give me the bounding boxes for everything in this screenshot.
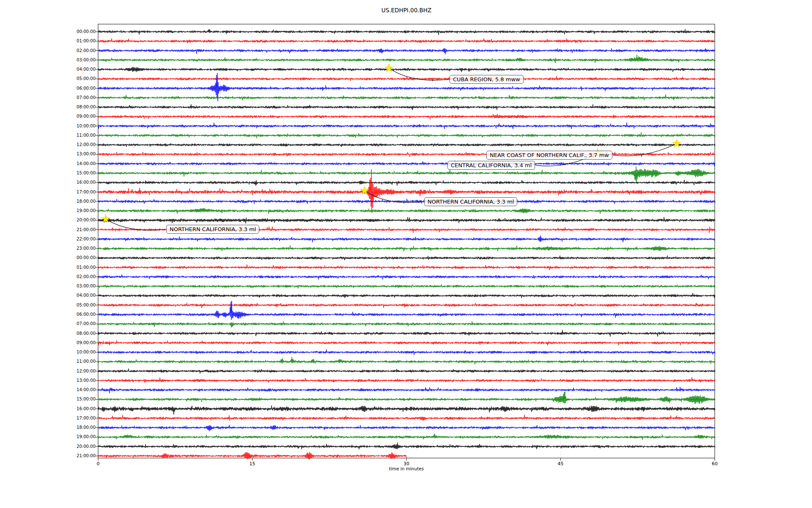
waveform-trace <box>98 274 715 279</box>
waveform-trace <box>98 152 715 157</box>
time-label: 17:00:00 <box>0 415 96 421</box>
waveform-trace <box>98 406 715 414</box>
waveform-trace <box>98 321 715 327</box>
time-label: 15:00:00 <box>0 170 96 176</box>
time-label: 02:00:00 <box>0 274 96 280</box>
time-label: 19:00:00 <box>0 434 96 440</box>
waveform-trace <box>98 208 715 214</box>
time-label: 09:00:00 <box>0 340 96 346</box>
time-label: 08:00:00 <box>0 331 96 337</box>
time-label: 02:00:00 <box>0 48 96 54</box>
time-label: 01:00:00 <box>0 265 96 271</box>
waveform-trace <box>98 29 715 35</box>
waveform-trace <box>98 104 715 110</box>
waveform-trace <box>98 114 715 119</box>
waveform-trace <box>98 67 715 72</box>
time-label: 14:00:00 <box>0 387 96 393</box>
waveform-trace <box>98 48 715 54</box>
waveform-trace <box>98 284 715 288</box>
time-label: 03:00:00 <box>0 57 96 63</box>
waveform-trace <box>98 199 715 204</box>
event-annotation-label: NORTHERN CALIFORNIA, 3.3 ml <box>166 225 259 234</box>
time-label: 21:00:00 <box>0 227 96 233</box>
time-label: 04:00:00 <box>0 66 96 72</box>
seismograph-figure: US.EDHPI.00.BHZ 00:00:0001:00:0002:00:00… <box>0 0 812 508</box>
time-label: 07:00:00 <box>0 321 96 327</box>
waveform-trace <box>98 330 715 337</box>
time-label: 11:00:00 <box>0 359 96 364</box>
waveform-trace <box>98 265 715 271</box>
time-label: 11:00:00 <box>0 133 96 138</box>
event-star-icon <box>384 64 393 72</box>
waveform-trace <box>98 357 715 364</box>
time-label: 06:00:00 <box>0 86 96 91</box>
time-label: 10:00:00 <box>0 123 96 129</box>
waveform-trace <box>98 55 715 63</box>
waveform-trace <box>98 415 715 421</box>
waveform-trace <box>98 217 715 224</box>
time-label: 17:00:00 <box>0 189 96 195</box>
time-label: 00:00:00 <box>0 29 96 35</box>
time-label: 05:00:00 <box>0 76 96 82</box>
time-label: 14:00:00 <box>0 161 96 167</box>
time-label: 00:00:00 <box>0 255 96 261</box>
time-label: 20:00:00 <box>0 217 96 223</box>
time-label: 13:00:00 <box>0 378 96 384</box>
waveform-trace <box>98 235 715 242</box>
time-label: 19:00:00 <box>0 208 96 214</box>
time-label: 12:00:00 <box>0 142 96 148</box>
time-label: 10:00:00 <box>0 349 96 355</box>
time-label: 16:00:00 <box>0 179 96 185</box>
waveform-trace <box>98 169 715 213</box>
event-annotation-label: CENTRAL CALIFORNIA, 3.4 ml <box>447 161 535 170</box>
time-label: 01:00:00 <box>0 38 96 44</box>
waveform-trace <box>98 256 715 260</box>
time-label: 21:00:00 <box>0 453 96 459</box>
time-label: 12:00:00 <box>0 368 96 374</box>
time-label: 07:00:00 <box>0 95 96 101</box>
chart-title: US.EDHPI.00.BHZ <box>98 7 715 14</box>
waveform-trace <box>98 387 715 393</box>
waveform-trace <box>98 301 715 320</box>
time-label: 03:00:00 <box>0 283 96 289</box>
waveform-trace <box>98 303 715 308</box>
waveform-trace <box>98 143 715 147</box>
time-label: 18:00:00 <box>0 425 96 431</box>
time-label: 18:00:00 <box>0 199 96 204</box>
waveform-trace <box>98 39 715 43</box>
time-label: 23:00:00 <box>0 246 96 251</box>
waveform-trace <box>98 133 715 138</box>
event-annotation-label: NORTHERN CALIFORNIA, 3.3 ml <box>424 197 517 206</box>
waveform-trace <box>98 425 715 431</box>
event-annotation-label: NEAR COAST OF NORTHERN CALIF., 3.7 mw <box>486 151 612 160</box>
waveform-trace <box>98 161 715 166</box>
event-star-icon <box>672 139 681 147</box>
waveform-trace <box>98 293 715 298</box>
waveform-plot <box>0 0 812 508</box>
waveform-trace <box>98 369 715 373</box>
waveform-trace <box>98 349 715 355</box>
waveform-trace <box>98 434 715 440</box>
waveform-trace <box>98 246 715 251</box>
waveform-trace <box>98 122 715 129</box>
waveform-trace <box>98 166 715 183</box>
time-label: 06:00:00 <box>0 312 96 318</box>
waveform-trace <box>98 340 715 345</box>
time-label: 13:00:00 <box>0 151 96 157</box>
time-label: 16:00:00 <box>0 406 96 412</box>
event-annotation-label: CUBA REGION, 5.8 mww <box>450 75 524 84</box>
time-label: 04:00:00 <box>0 293 96 298</box>
time-label: 22:00:00 <box>0 236 96 242</box>
time-label: 08:00:00 <box>0 104 96 110</box>
waveform-trace <box>98 180 715 186</box>
time-label: 05:00:00 <box>0 302 96 308</box>
time-label: 15:00:00 <box>0 396 96 402</box>
x-axis-label: time in minutes <box>98 466 715 471</box>
time-label: 09:00:00 <box>0 113 96 119</box>
waveform-trace <box>98 443 715 450</box>
waveform-trace <box>98 94 715 100</box>
waveform-trace <box>98 377 715 383</box>
time-label: 20:00:00 <box>0 444 96 450</box>
waveform-trace <box>98 392 715 404</box>
